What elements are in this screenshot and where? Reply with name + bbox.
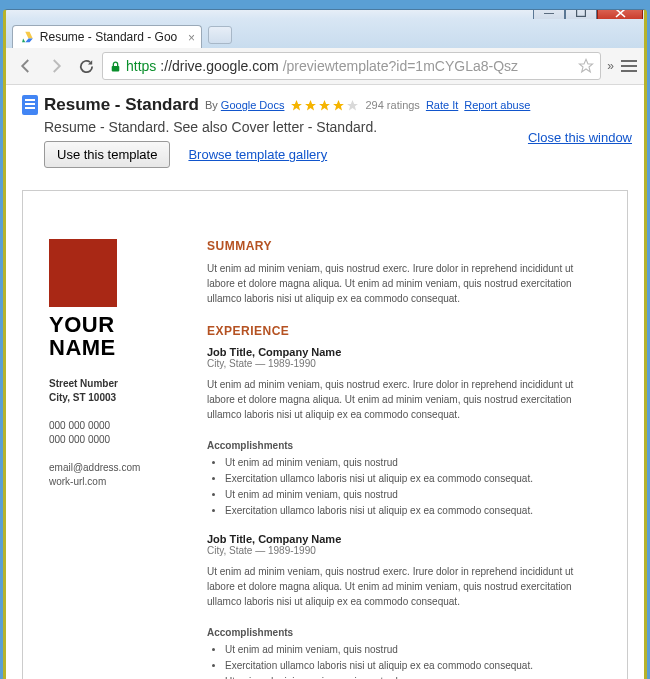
resume-contact: email@address.com work-url.com bbox=[49, 461, 185, 489]
job-entry: Job Title, Company Name City, State — 19… bbox=[207, 346, 601, 519]
template-title: Resume - Standard bbox=[44, 95, 199, 115]
chrome-menu-button[interactable] bbox=[620, 60, 638, 72]
forward-button[interactable] bbox=[42, 52, 70, 80]
url-host: ://drive.google.com bbox=[160, 58, 278, 74]
browser-tabstrip: Resume - Standard - Goo… × bbox=[6, 19, 644, 48]
resume-name: YOUR NAME bbox=[49, 313, 185, 359]
ratings-count: 294 ratings bbox=[365, 99, 419, 111]
resume-phones: 000 000 0000 000 000 0000 bbox=[49, 419, 185, 447]
job-entry: Job Title, Company Name City, State — 19… bbox=[207, 533, 601, 679]
back-button[interactable] bbox=[12, 52, 40, 80]
bullet-item: Ut enim ad minim veniam, quis nostrud bbox=[225, 455, 601, 471]
by-label: By Google Docs bbox=[205, 99, 285, 111]
new-tab-button[interactable] bbox=[208, 26, 232, 44]
summary-heading: SUMMARY bbox=[207, 239, 601, 253]
tab-close-icon[interactable]: × bbox=[188, 31, 195, 45]
browse-gallery-link[interactable]: Browse template gallery bbox=[188, 147, 327, 162]
close-window-link[interactable]: Close this window bbox=[528, 130, 632, 145]
bullet-item: Exercitation ullamco laboris nisi ut ali… bbox=[225, 471, 601, 487]
star-rating bbox=[290, 99, 359, 112]
svg-rect-1 bbox=[112, 65, 120, 70]
address-bar[interactable]: https://drive.google.com/previewtemplate… bbox=[102, 52, 601, 80]
browser-tab-active[interactable]: Resume - Standard - Goo… × bbox=[12, 25, 202, 48]
svg-rect-0 bbox=[577, 9, 586, 17]
url-path: /previewtemplate?id=1mCYGLa8-Qsz bbox=[283, 58, 518, 74]
bookmark-star-icon[interactable] bbox=[578, 58, 594, 74]
resume-photo-placeholder bbox=[49, 239, 117, 307]
document-preview: YOUR NAME Street Number City, ST 10003 0… bbox=[22, 190, 628, 679]
overflow-chevrons-icon[interactable]: » bbox=[607, 59, 614, 73]
bullet-item: Ut enim ad minim veniam, quis nostrud bbox=[225, 674, 601, 679]
lock-icon bbox=[109, 60, 122, 73]
experience-heading: EXPERIENCE bbox=[207, 324, 601, 338]
bullet-item: Exercitation ullamco laboris nisi ut ali… bbox=[225, 658, 601, 674]
url-scheme: https bbox=[126, 58, 156, 74]
bullet-item: Ut enim ad minim veniam, quis nostrud bbox=[225, 487, 601, 503]
report-abuse-link[interactable]: Report abuse bbox=[464, 99, 530, 111]
bullet-item: Exercitation ullamco laboris nisi ut ali… bbox=[225, 503, 601, 519]
resume-address: Street Number City, ST 10003 bbox=[49, 377, 185, 405]
tab-title: Resume - Standard - Goo… bbox=[40, 30, 177, 44]
google-docs-icon bbox=[22, 95, 38, 115]
use-template-button[interactable]: Use this template bbox=[44, 141, 170, 168]
author-link[interactable]: Google Docs bbox=[221, 99, 285, 111]
bullet-item: Ut enim ad minim veniam, quis nostrud bbox=[225, 642, 601, 658]
summary-body: Ut enim ad minim veniam, quis nostrud ex… bbox=[207, 261, 601, 306]
google-drive-icon bbox=[21, 30, 34, 44]
browser-toolbar: https://drive.google.com/previewtemplate… bbox=[6, 48, 644, 85]
reload-button[interactable] bbox=[72, 52, 100, 80]
rate-it-link[interactable]: Rate It bbox=[426, 99, 458, 111]
